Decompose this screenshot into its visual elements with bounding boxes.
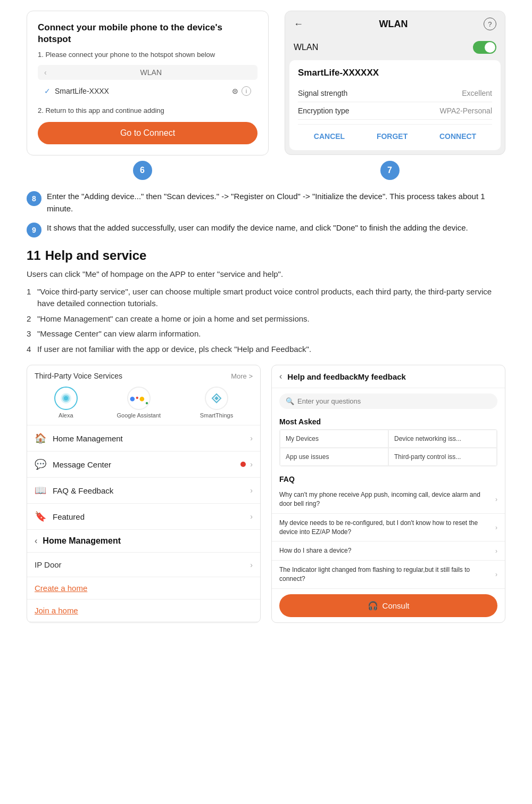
go-connect-button[interactable]: Go to Connect: [38, 122, 257, 144]
chevron-left-icon: ‹: [44, 68, 47, 77]
alexa-label: Alexa: [59, 412, 73, 419]
cancel-button[interactable]: CANCEL: [309, 130, 350, 143]
step-numbers-row: 6 7: [27, 161, 505, 180]
list-item: "Home Management" can create a home or j…: [27, 313, 505, 325]
chevron-right-icon: ›: [250, 561, 253, 569]
voice-services-section: Third-Party Voice Services More > Alexa: [27, 365, 260, 425]
section11-number: 11: [27, 248, 41, 262]
step9-text: It shows that the added successfully, us…: [47, 222, 468, 234]
featured-menu-item[interactable]: 🔖 Featured ›: [27, 504, 260, 530]
section11-heading: 11Help and service: [27, 248, 505, 263]
info-icon[interactable]: i: [242, 86, 251, 96]
smartthings-item[interactable]: SmartThings: [200, 387, 233, 419]
step6-number-container: 6: [27, 161, 258, 180]
signal-row: Signal strength Excellent: [298, 85, 492, 102]
table-cell[interactable]: Device networking iss...: [388, 430, 497, 448]
ip-door-item[interactable]: IP Door ›: [27, 553, 260, 577]
list-item: "Voice third-party service", user can ch…: [27, 286, 505, 310]
alexa-icon: [54, 387, 78, 410]
help-search-bar[interactable]: 🔍: [279, 393, 497, 409]
faq-item-3[interactable]: The Indicator light changed from flashin…: [272, 561, 505, 589]
help-title: Help and feedbackMy feedback: [287, 372, 406, 381]
create-home-link[interactable]: Create a home: [27, 577, 260, 600]
step8: 8 Enter the "Adding device..." then "Sca…: [27, 191, 505, 215]
section11-intro: Users can click "Me" of hompage on the A…: [27, 268, 505, 281]
encryption-value: WPA2-Personal: [439, 106, 492, 115]
google-dot-blue: ●: [129, 392, 136, 404]
google-assistant-item[interactable]: ●●●● Google Assistant: [117, 387, 161, 419]
wlan-icons: ⊜ i: [232, 86, 251, 96]
step6-step2-text: 2. Return to this app and continue addin…: [38, 106, 257, 114]
chevron-right-icon: ›: [250, 460, 253, 469]
back-chevron-icon[interactable]: ‹: [35, 536, 37, 546]
chevron-right-icon: ›: [250, 486, 253, 495]
step6-subtitle: 1. Please connect your phone to the hots…: [38, 51, 257, 59]
alexa-item[interactable]: Alexa: [54, 387, 78, 419]
wlan-item[interactable]: ✓ SmartLife-XXXX ⊜ i: [38, 83, 257, 99]
ssid-label: SmartLife-XXXXXX: [298, 68, 492, 78]
encryption-row: Encryption type WPA2-Personal: [298, 102, 492, 120]
consult-icon: 🎧: [368, 601, 378, 611]
svg-point-2: [64, 396, 68, 400]
step7-card: ← WLAN ? WLAN SmartLife-XXXXXX Signal st…: [285, 11, 505, 155]
table-cell[interactable]: App use issues: [280, 448, 388, 466]
notification-dot: [240, 462, 246, 467]
table-cell[interactable]: My Devices: [280, 430, 388, 448]
google-dot-yellow: ●: [139, 392, 145, 404]
voice-services-header: Third-Party Voice Services More >: [35, 372, 253, 380]
chevron-right-icon: ›: [495, 496, 497, 503]
faq-item-text: The Indicator light changed from flashin…: [279, 565, 492, 584]
search-icon: 🔍: [286, 397, 294, 405]
step8-badge: 8: [27, 191, 41, 206]
help-header: ‹ Help and feedbackMy feedback: [272, 365, 505, 388]
step7-number-container: 7: [274, 161, 505, 180]
section11-title: Help and service: [45, 248, 147, 262]
checkmark-icon: ✓: [44, 87, 51, 95]
wlan-bar: ‹ WLAN: [38, 65, 257, 80]
message-icon: 💬: [35, 458, 46, 470]
faq-item-text: How do I share a device?: [279, 546, 492, 555]
smartthings-icon: [205, 387, 228, 410]
wlan-toggle[interactable]: [473, 41, 496, 54]
faq-item-text: Why can't my phone receive App push, inc…: [279, 490, 492, 508]
most-asked-label: Most Asked: [272, 414, 505, 429]
google-dot-green: ●: [145, 400, 148, 406]
faq-item-0[interactable]: Why can't my phone receive App push, inc…: [272, 486, 505, 514]
screenshots-row: Connect your mobile phone to the device'…: [27, 11, 505, 155]
google-assistant-icon: ●●●●: [127, 387, 151, 410]
smartthings-label: SmartThings: [200, 412, 233, 419]
join-home-link[interactable]: Join a home: [27, 600, 260, 622]
faq-feedback-menu-item[interactable]: 📖 FAQ & Feedback ›: [27, 478, 260, 504]
network-name: SmartLife-XXXX: [55, 87, 232, 95]
help-circle-icon[interactable]: ?: [484, 18, 496, 30]
faq-item-1[interactable]: My device needs to be re-configured, but…: [272, 514, 505, 542]
home-management-menu-item[interactable]: 🏠 Home Management ›: [27, 425, 260, 452]
list-item: "Message Center" can view alarm informat…: [27, 328, 505, 340]
step9: 9 It shows that the added successfully, …: [27, 222, 505, 237]
back-arrow-icon[interactable]: ←: [294, 19, 303, 30]
signal-key: Signal strength: [298, 89, 347, 97]
help-back-icon[interactable]: ‹: [279, 372, 282, 381]
faq-feedback-label: FAQ & Feedback: [53, 486, 250, 495]
faq-item-2[interactable]: How do I share a device? ›: [272, 542, 505, 561]
consult-button[interactable]: 🎧 Consult: [279, 594, 497, 617]
chevron-right-icon: ›: [495, 524, 497, 531]
step7-number: 7: [380, 161, 400, 180]
step6-title: Connect your mobile phone to the device'…: [38, 22, 257, 45]
search-input[interactable]: [297, 397, 491, 405]
table-cell[interactable]: Third-party control iss...: [388, 448, 497, 466]
more-label[interactable]: More >: [231, 372, 253, 380]
featured-label: Featured: [53, 512, 250, 521]
consult-label: Consult: [383, 601, 410, 610]
service-icons-row: Alexa ●●●● Google Assistant: [35, 387, 253, 419]
chevron-right-icon: ›: [495, 571, 497, 578]
faq-item-text: My device needs to be re-configured, but…: [279, 519, 492, 537]
google-dot-red: ●: [136, 395, 139, 400]
section11-list: "Voice third-party service", user can ch…: [27, 286, 505, 356]
forget-button[interactable]: FORGET: [371, 130, 413, 143]
step8-text: Enter the "Adding device..." then "Scan …: [47, 191, 505, 215]
service-card: Third-Party Voice Services More > Alexa: [27, 365, 261, 623]
connect-button[interactable]: CONNECT: [434, 130, 481, 143]
message-center-menu-item[interactable]: 💬 Message Center ›: [27, 452, 260, 478]
wlan-toggle-label: WLAN: [294, 43, 318, 52]
